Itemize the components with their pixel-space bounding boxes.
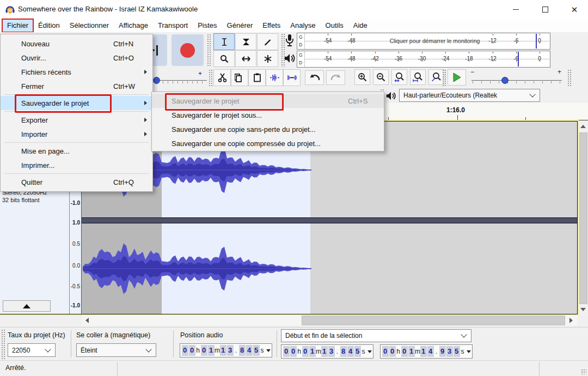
zoom-in-button[interactable] bbox=[354, 69, 370, 85]
menubar-item-pistes[interactable]: Pistes bbox=[193, 19, 222, 32]
draw-tool-button[interactable] bbox=[257, 33, 278, 50]
toolbar-grip[interactable] bbox=[207, 34, 211, 66]
submenu-item-sauvegarder-une-copie-compressée-du-projet[interactable]: Sauvegarder une copie compressée du proj… bbox=[152, 136, 384, 150]
file-menu-item-sauvegarder-le-projet[interactable]: Sauvegarder le projet bbox=[1, 96, 152, 110]
menubar-item-aide[interactable]: Aide bbox=[348, 19, 372, 32]
menu-item-label: Nouveau bbox=[21, 40, 113, 48]
close-button[interactable]: ✕ bbox=[561, 0, 588, 19]
output-device-select[interactable]: Haut-parleur/Ecouteurs (Realtek bbox=[399, 89, 540, 102]
file-menu-item-quitter[interactable]: QuitterCtrl+Q bbox=[1, 175, 152, 189]
recording-meter[interactable]: GD-54-48-12-60Cliquer pour démarrer le m… bbox=[297, 33, 550, 50]
multi-tool-button[interactable] bbox=[257, 50, 278, 67]
maximize-button[interactable] bbox=[531, 0, 559, 19]
menubar-item-outils[interactable]: Outils bbox=[321, 19, 348, 32]
file-menu-item-ouvrir[interactable]: Ouvrir...Ctrl+O bbox=[1, 51, 152, 65]
play-at-speed-button[interactable] bbox=[448, 69, 466, 86]
snap-to-label: Se coller à (magnétique) bbox=[76, 331, 150, 339]
menubar-item-analyse[interactable]: Analyse bbox=[285, 19, 320, 32]
project-rate-select[interactable]: 22050 bbox=[8, 343, 56, 357]
channel-divider[interactable] bbox=[82, 217, 577, 223]
fit-project-button[interactable] bbox=[410, 69, 426, 85]
mixer-slider-thumb[interactable] bbox=[153, 77, 160, 84]
file-menu-item-importer[interactable]: Importer bbox=[1, 127, 152, 141]
scroll-down-arrow[interactable] bbox=[580, 308, 586, 311]
menubar-item-transport[interactable]: Transport bbox=[153, 19, 193, 32]
toolbar-grip[interactable] bbox=[442, 69, 446, 86]
timeshift-tool-button[interactable] bbox=[235, 50, 256, 67]
record-icon bbox=[180, 43, 195, 58]
waveform-bottom-channel[interactable] bbox=[82, 223, 577, 314]
spin-caret-icon[interactable] bbox=[266, 349, 271, 352]
snap-to-select[interactable]: Éteint bbox=[76, 343, 156, 357]
mixer-slider-track[interactable] bbox=[157, 80, 207, 81]
silence-audio-button[interactable] bbox=[283, 69, 301, 86]
submenu-item-sauvegarder-le-projet-sous[interactable]: Sauvegarder le projet sous... bbox=[152, 108, 384, 122]
audio-position-field[interactable]: 00h01m13.845s bbox=[180, 343, 272, 357]
spin-caret-icon[interactable] bbox=[367, 350, 372, 353]
record-button[interactable] bbox=[171, 34, 204, 66]
menubar-item-effets[interactable]: Effets bbox=[258, 19, 285, 32]
file-menu-item-imprimer[interactable]: Imprimer... bbox=[1, 158, 152, 172]
speaker-icon bbox=[283, 52, 296, 65]
redo-button[interactable] bbox=[326, 70, 345, 85]
menubar-item-édition[interactable]: Édition bbox=[33, 19, 65, 32]
spin-caret-icon[interactable] bbox=[467, 350, 471, 353]
toolbar-grip[interactable] bbox=[567, 69, 571, 86]
scale-label: 0.5 bbox=[69, 241, 80, 247]
submenu-item-sauvegarder-le-projet[interactable]: Sauvegarder le projetCtrl+S bbox=[152, 94, 384, 108]
submenu-item-sauvegarder-une-copie-sans-perte-du-projet[interactable]: Sauvegarder une copie sans-perte du proj… bbox=[152, 122, 384, 136]
project-rate-value: 22050 bbox=[8, 347, 46, 354]
selection-start-field[interactable]: 00h01m13.845s bbox=[281, 344, 373, 359]
menu-item-label: Sauvegarder une copie sans-perte du proj… bbox=[171, 125, 375, 134]
selection-toolbar: Taux du projet (Hz) 22050 Se coller à (m… bbox=[0, 327, 588, 360]
microphone-icon bbox=[284, 34, 295, 48]
envelope-tool-button[interactable] bbox=[235, 33, 256, 50]
menu-separator bbox=[4, 94, 149, 95]
minimize-button[interactable] bbox=[502, 0, 529, 19]
cut-button[interactable] bbox=[213, 69, 231, 86]
selection-end-field[interactable]: 00h01m14.935s bbox=[380, 344, 473, 359]
zoom-out-button[interactable] bbox=[373, 69, 389, 85]
status-message: Arrêté. bbox=[5, 364, 26, 372]
menu-item-label: Importer bbox=[21, 130, 144, 138]
scroll-right-arrow[interactable] bbox=[569, 318, 573, 323]
resize-grip[interactable] bbox=[581, 369, 586, 374]
track-format-line2: 32 bits flottant bbox=[2, 197, 40, 203]
selection-tool-button[interactable] bbox=[213, 33, 235, 50]
scroll-left-arrow[interactable] bbox=[85, 318, 89, 323]
submenu-arrow-icon bbox=[144, 118, 147, 122]
menu-item-label: Quitter bbox=[21, 178, 113, 186]
trim-audio-button[interactable] bbox=[266, 69, 283, 86]
envelope-icon bbox=[241, 37, 251, 47]
file-menu-item-fichiers-récents[interactable]: Fichiers récents bbox=[1, 65, 152, 79]
minimize-icon bbox=[513, 9, 519, 10]
chevron-down-icon bbox=[529, 91, 535, 97]
vertical-scroll-thumb[interactable] bbox=[579, 132, 587, 304]
playback-meter[interactable]: GD-54-48-42-36-30-24-18-12-60 bbox=[297, 51, 550, 68]
horizontal-scrollbar[interactable] bbox=[82, 315, 578, 326]
file-menu-item-exporter[interactable]: Exporter bbox=[1, 113, 152, 127]
selection-mode-select[interactable]: Début et fin de la sélection bbox=[281, 329, 471, 342]
speed-slider-thumb[interactable] bbox=[501, 77, 509, 84]
horizontal-scroll-thumb[interactable] bbox=[302, 316, 565, 325]
toolbar-grip[interactable] bbox=[1, 329, 5, 359]
menubar-item-sélectionner[interactable]: Sélectionner bbox=[65, 19, 114, 32]
scroll-up-arrow[interactable] bbox=[580, 125, 586, 128]
file-menu-item-mise-en-page[interactable]: Mise en page... bbox=[1, 144, 152, 158]
track-collapse-button[interactable] bbox=[3, 300, 51, 312]
menubar-item-affichage[interactable]: Affichage bbox=[114, 19, 153, 32]
undo-button[interactable] bbox=[305, 70, 324, 85]
vertical-scrollbar[interactable] bbox=[579, 121, 588, 315]
menubar-item-fichier[interactable]: Fichier bbox=[2, 19, 33, 32]
menu-item-shortcut: Ctrl+N bbox=[113, 40, 147, 48]
menubar-item-générer[interactable]: Générer bbox=[222, 19, 258, 32]
menu-item-label: Fichiers récents bbox=[21, 68, 144, 76]
copy-button[interactable] bbox=[231, 69, 248, 86]
file-menu-item-nouveau[interactable]: NouveauCtrl+N bbox=[1, 37, 152, 51]
toolbar-grip[interactable] bbox=[209, 69, 212, 86]
speed-slider-track[interactable] bbox=[471, 80, 562, 81]
paste-button[interactable] bbox=[248, 69, 266, 86]
zoom-tool-button[interactable] bbox=[213, 50, 235, 67]
file-menu-item-fermer[interactable]: FermerCtrl+W bbox=[1, 79, 152, 93]
fit-selection-button[interactable] bbox=[391, 69, 407, 85]
